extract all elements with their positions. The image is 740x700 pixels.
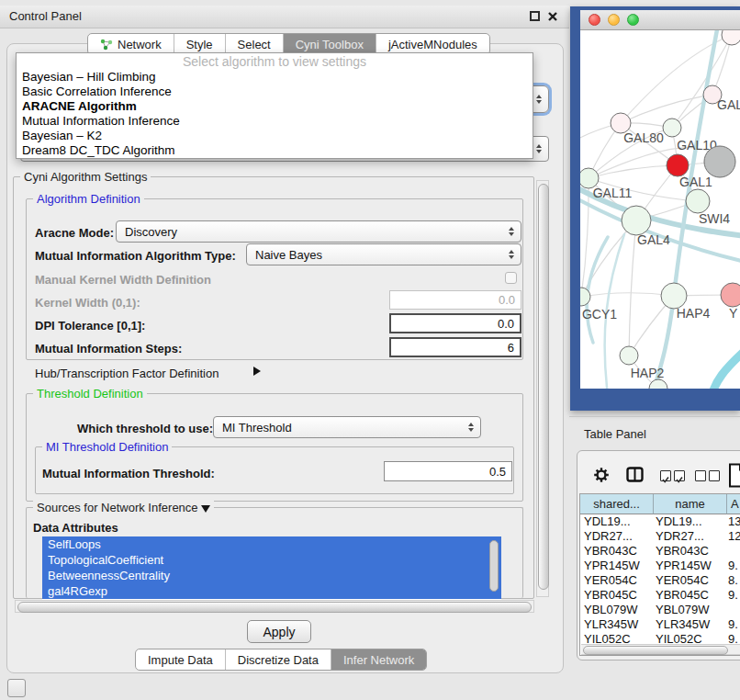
table-body: YDL19...YDL19...13YDR27...YDR27...12YBR0… [580, 514, 740, 643]
scrollbar-thumb[interactable] [538, 184, 549, 590]
network-node-SWI4[interactable] [686, 189, 710, 213]
table-cell: YLR345W [584, 617, 638, 632]
tab-impute-data[interactable]: Impute Data [136, 649, 225, 670]
apply-button[interactable]: Apply [247, 620, 311, 643]
algorithm-option[interactable]: Bayesian – K2 [17, 129, 533, 143]
algorithm-option[interactable]: Dream8 DC_TDC Algorithm [17, 143, 533, 158]
mi-threshold-label: Mutual Information Threshold: [42, 467, 215, 480]
which-threshold-combobox[interactable]: MI Threshold [213, 416, 481, 438]
network-edge [711, 350, 740, 389]
settings-horizontal-scrollbar[interactable] [15, 600, 534, 613]
table-cell: YBR043C [656, 544, 709, 559]
tab-label: Infer Network [343, 653, 414, 667]
algorithm-placeholder: Select algorithm to view settings [17, 53, 533, 70]
settings-vertical-scrollbar[interactable] [536, 180, 549, 597]
scrollbar-thumb[interactable] [17, 602, 532, 613]
mi-type-combobox[interactable]: Naive Bayes [246, 243, 521, 265]
tab-cyni-toolbox[interactable]: Cyni Toolbox [283, 34, 376, 54]
table-row[interactable]: YDL19...YDL19...13 [580, 514, 740, 529]
algorithm-option[interactable]: Bayesian – Hill Climbing [17, 70, 533, 85]
combo-arrows-icon [468, 423, 474, 432]
tab-discretize-data[interactable]: Discretize Data [225, 649, 331, 670]
tab-select[interactable]: Select [225, 34, 283, 54]
data-attribute-item[interactable]: gal4RGexp [42, 583, 501, 599]
network-graph: GAL7GAL80GAL10GAL1GAL11SWI4GAL4GCY1HAP4Y… [580, 30, 740, 389]
network-node-unlabeled[interactable] [704, 146, 735, 177]
column-header-shared-name[interactable]: shared... [580, 494, 654, 514]
table-cell: 13 [728, 514, 740, 529]
split-columns-icon[interactable] [626, 467, 644, 482]
close-window-icon[interactable] [589, 14, 600, 26]
mi-threshold-field[interactable]: 0.5 [384, 461, 512, 481]
column-header-partial[interactable]: A [727, 494, 740, 514]
select-all-checks-icon[interactable] [660, 470, 685, 481]
network-node-label: GAL80 [623, 130, 664, 145]
table-row[interactable]: YLR345WYLR345W9. [580, 617, 740, 632]
scrollbar-thumb[interactable] [583, 646, 728, 655]
table-row[interactable]: YPR145WYPR145W9. [580, 559, 740, 573]
dpi-tolerance-label: DPI Tolerance [0,1]: [35, 319, 145, 333]
cyni-bottom-tabbar: Impute Data Discretize Data Infer Networ… [135, 649, 427, 671]
control-panel-title: Control Panel [9, 9, 82, 23]
mi-steps-field[interactable]: 6 [389, 337, 521, 357]
algorithm-option[interactable]: ARACNE Algorithm [17, 99, 533, 114]
tab-label: Style [186, 38, 213, 51]
minimize-window-icon[interactable] [608, 14, 620, 26]
table-row[interactable]: YBL079WYBL079W [580, 603, 740, 617]
tab-style[interactable]: Style [174, 34, 225, 54]
export-table-icon[interactable] [728, 463, 740, 488]
data-attribute-item[interactable]: SelfLoops [42, 536, 501, 552]
data-attributes-label: Data Attributes [33, 521, 118, 535]
network-node-label: GAL11 [593, 186, 633, 200]
network-window-titlebar[interactable] [580, 10, 740, 30]
which-threshold-label: Which threshold to use: [77, 422, 213, 435]
kernel-width-label: Kernel Width (0,1): [35, 296, 140, 310]
manual-kernel-label: Manual Kernel Width Definition [35, 273, 211, 287]
data-attribute-item[interactable]: BetweennessCentrality [42, 568, 501, 583]
docked-panel-icon[interactable] [7, 679, 26, 697]
tab-infer-network[interactable]: Infer Network [331, 649, 426, 670]
network-node-unlabeled[interactable] [722, 30, 740, 45]
attributes-scrollbar-thumb[interactable] [489, 540, 499, 592]
tab-jactivemnodules[interactable]: jActiveMNodules [376, 34, 489, 54]
network-node-HAP4[interactable] [661, 283, 687, 309]
manual-kernel-checkbox[interactable] [505, 272, 517, 284]
network-node-Y[interactable] [721, 283, 740, 307]
expand-right-icon[interactable] [253, 367, 261, 376]
float-panel-icon[interactable] [530, 11, 540, 21]
tab-label: jActiveMNodules [388, 38, 477, 51]
table-row[interactable]: YBR043CYBR043C [580, 544, 740, 559]
deselect-all-checks-icon[interactable] [695, 470, 720, 481]
zoom-window-icon[interactable] [627, 14, 639, 26]
network-node-GAL10[interactable] [663, 119, 681, 137]
network-canvas[interactable]: GAL7GAL80GAL10GAL1GAL11SWI4GAL4GCY1HAP4Y… [580, 30, 740, 389]
table-row[interactable]: YDR27...YDR27...12 [580, 529, 740, 544]
network-edge [652, 30, 718, 389]
hub-definition-expander-label[interactable]: Hub/Transcription Factor Definition [35, 367, 219, 380]
kernel-width-field[interactable]: 0.0 [389, 290, 521, 310]
network-node-label: HAP2 [631, 366, 665, 380]
close-panel-icon[interactable] [547, 11, 558, 22]
network-node-GAL4[interactable] [622, 206, 651, 235]
algorithm-option[interactable]: Basic Correlation Inference [17, 85, 533, 99]
table-row[interactable]: YIL052CYIL052C9. [580, 632, 740, 643]
network-node-unlabeled[interactable] [649, 379, 667, 389]
table-cell: 8. [728, 573, 738, 588]
collapse-down-icon[interactable] [201, 505, 210, 513]
table-cell: YIL052C [656, 632, 702, 643]
table-cell: YBL079W [656, 603, 710, 617]
algorithm-option[interactable]: Mutual Information Inference [17, 114, 533, 129]
column-header-name[interactable]: name [654, 494, 727, 514]
table-row[interactable]: YER054CYER054C8. [580, 573, 740, 588]
data-attribute-item[interactable]: TopologicalCoefficient [42, 552, 501, 568]
network-node-GAL1[interactable] [667, 154, 689, 176]
network-node-HAP2[interactable] [620, 346, 638, 365]
aracne-mode-combobox[interactable]: Discovery [116, 220, 521, 243]
dpi-tolerance-field[interactable]: 0.0 [389, 313, 521, 333]
gear-icon[interactable] [593, 467, 610, 483]
tab-network[interactable]: Network [88, 34, 174, 54]
table-horizontal-scrollbar[interactable] [581, 644, 740, 655]
combo-arrows-icon [536, 144, 542, 153]
table-cell: YDL19... [584, 514, 631, 529]
table-row[interactable]: YBR045CYBR045C9. [580, 588, 740, 603]
